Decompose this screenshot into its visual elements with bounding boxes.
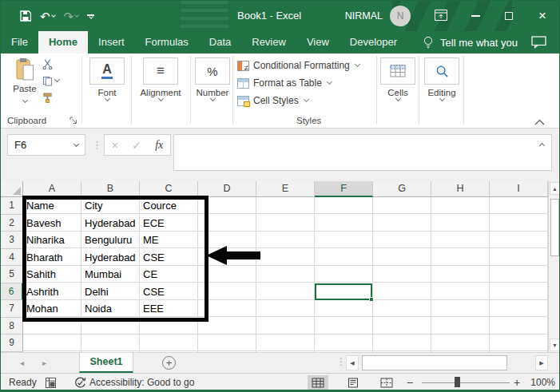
zoom-slider-thumb[interactable] bbox=[455, 377, 460, 387]
zoom-slider-track[interactable] bbox=[422, 382, 510, 383]
cut-button[interactable] bbox=[42, 58, 59, 69]
font-group-chevron[interactable] bbox=[83, 99, 131, 101]
sheet-tab-sheet1[interactable]: Sheet1 bbox=[79, 353, 133, 373]
scroll-right-button[interactable]: ▶ bbox=[535, 355, 548, 370]
avatar[interactable]: N bbox=[390, 6, 411, 26]
tab-bar-splitter-icon[interactable]: ⋮ bbox=[336, 356, 346, 367]
scroll-down-button[interactable]: ▼ bbox=[550, 339, 560, 351]
formula-bar-grip-icon[interactable]: ⋮ bbox=[92, 139, 102, 151]
active-cell-F6[interactable] bbox=[315, 283, 372, 300]
redo-button[interactable]: ↷ bbox=[64, 10, 79, 22]
cancel-icon[interactable]: × bbox=[112, 139, 118, 152]
previous-sheet-button[interactable]: ◂ bbox=[20, 353, 24, 373]
scroll-left-button[interactable]: ◀ bbox=[346, 355, 359, 370]
name-box-dropdown-icon[interactable] bbox=[73, 141, 79, 146]
cells-group-chevron[interactable] bbox=[378, 99, 418, 101]
chevron-down-icon bbox=[439, 96, 444, 101]
column-header-B[interactable]: B bbox=[81, 181, 140, 197]
tab-file[interactable]: File bbox=[1, 31, 38, 53]
redo-dropdown-icon[interactable] bbox=[74, 13, 79, 18]
horizontal-scroll-thumb[interactable] bbox=[362, 355, 507, 370]
row-header-7[interactable]: 7 bbox=[1, 300, 23, 318]
zoom-out-button[interactable]: − bbox=[407, 374, 413, 391]
editing-group-button[interactable]: Editing bbox=[420, 53, 463, 101]
undo-button[interactable]: ↶ bbox=[40, 10, 55, 22]
zoom-level[interactable]: 100% bbox=[525, 374, 555, 391]
record-macro-button[interactable] bbox=[46, 378, 56, 390]
tab-home[interactable]: Home bbox=[38, 31, 88, 53]
collapse-ribbon-button[interactable] bbox=[534, 117, 545, 127]
column-header-I[interactable]: I bbox=[490, 181, 548, 197]
tell-me-box[interactable]: Tell me what you bbox=[423, 31, 518, 53]
paste-dropdown[interactable] bbox=[9, 94, 41, 104]
new-sheet-button[interactable]: + bbox=[162, 356, 176, 370]
tab-review[interactable]: Review bbox=[241, 31, 296, 53]
scroll-up-button[interactable]: ▲ bbox=[550, 182, 560, 195]
page-break-preview-button[interactable] bbox=[376, 375, 397, 390]
row-header-9[interactable]: 9 bbox=[1, 335, 23, 352]
select-all-button[interactable] bbox=[1, 181, 23, 197]
insert-function-icon[interactable]: fx bbox=[155, 139, 163, 152]
vertical-scroll-thumb[interactable] bbox=[550, 199, 559, 256]
formula-bar-collapse-icon[interactable] bbox=[539, 143, 545, 148]
user-name[interactable]: NIRMAL bbox=[345, 1, 383, 31]
copy-dropdown-icon[interactable] bbox=[54, 77, 60, 82]
row-header-4[interactable]: 4 bbox=[1, 249, 23, 267]
row-header-8[interactable]: 8 bbox=[1, 318, 23, 335]
number-group-chevron[interactable] bbox=[192, 99, 233, 101]
fill-handle[interactable] bbox=[369, 297, 374, 302]
column-header-D[interactable]: D bbox=[198, 181, 256, 197]
column-header-G[interactable]: G bbox=[373, 181, 431, 197]
customize-quick-access-button[interactable] bbox=[87, 14, 94, 18]
status-mode: Ready bbox=[9, 374, 37, 391]
copy-button[interactable] bbox=[42, 75, 59, 86]
vertical-scrollbar[interactable]: ▲ ▼ bbox=[548, 181, 560, 352]
tab-developer[interactable]: Developer bbox=[340, 31, 407, 53]
row-header-3[interactable]: 3 bbox=[1, 232, 23, 249]
column-header-F[interactable]: F bbox=[315, 181, 373, 197]
group-divider bbox=[463, 56, 464, 124]
minimize-button[interactable] bbox=[459, 1, 492, 31]
format-painter-button[interactable] bbox=[42, 92, 59, 103]
zoom-in-button[interactable]: + bbox=[514, 374, 520, 391]
formula-bar-input[interactable] bbox=[173, 134, 552, 171]
row-header-6[interactable]: 6 bbox=[1, 283, 23, 301]
row-header-1[interactable]: 1 bbox=[1, 197, 23, 215]
name-box[interactable]: F6 bbox=[7, 134, 85, 156]
cells-group-button[interactable]: Cells bbox=[378, 53, 418, 101]
annotation-arrow bbox=[206, 244, 262, 270]
tab-data[interactable]: Data bbox=[199, 31, 241, 53]
normal-view-button[interactable] bbox=[308, 375, 328, 390]
column-header-E[interactable]: E bbox=[256, 181, 315, 197]
row-header-2[interactable]: 2 bbox=[1, 215, 23, 232]
number-group-button[interactable]: % Number bbox=[192, 53, 233, 101]
ribbon-button-format-as-table[interactable]: Format as Table bbox=[234, 74, 376, 92]
tab-view[interactable]: View bbox=[296, 31, 340, 53]
row-header-5[interactable]: 5 bbox=[1, 266, 23, 283]
page-layout-view-button[interactable] bbox=[343, 375, 363, 390]
save-button[interactable] bbox=[20, 10, 31, 22]
undo-dropdown-icon[interactable] bbox=[51, 13, 56, 18]
paste-button[interactable]: Paste bbox=[9, 57, 41, 104]
maximize-button[interactable] bbox=[492, 1, 526, 31]
tab-insert[interactable]: Insert bbox=[88, 31, 135, 53]
font-group-button[interactable]: A Font bbox=[83, 53, 131, 101]
alignment-group-button[interactable]: ≡ Alignment bbox=[133, 53, 189, 101]
close-button[interactable]: × bbox=[526, 1, 559, 31]
worksheet: ABCDEFGHI 123456789 NameCityCourceBavesh… bbox=[1, 181, 559, 352]
column-header-H[interactable]: H bbox=[431, 181, 490, 197]
clipboard-dialog-launcher[interactable] bbox=[70, 117, 77, 126]
alignment-group-chevron[interactable] bbox=[133, 99, 189, 101]
next-sheet-button[interactable]: ▸ bbox=[42, 353, 46, 373]
ribbon-button-conditional-formatting[interactable]: Conditional Formatting bbox=[234, 57, 376, 74]
column-header-A[interactable]: A bbox=[23, 181, 81, 197]
comments-button[interactable] bbox=[531, 31, 546, 53]
accessibility-status[interactable]: Accessibility: Good to go bbox=[89, 374, 194, 391]
ribbon-button-cell-styles[interactable]: Cell Styles bbox=[234, 92, 376, 109]
horizontal-scrollbar[interactable]: ◀ ▶ bbox=[346, 355, 548, 370]
column-header-C[interactable]: C bbox=[140, 181, 198, 197]
tab-formulas[interactable]: Formulas bbox=[135, 31, 199, 53]
enter-icon[interactable]: ✓ bbox=[132, 139, 141, 152]
editing-group-chevron[interactable] bbox=[420, 99, 463, 101]
ribbon-display-options-button[interactable] bbox=[435, 10, 447, 24]
